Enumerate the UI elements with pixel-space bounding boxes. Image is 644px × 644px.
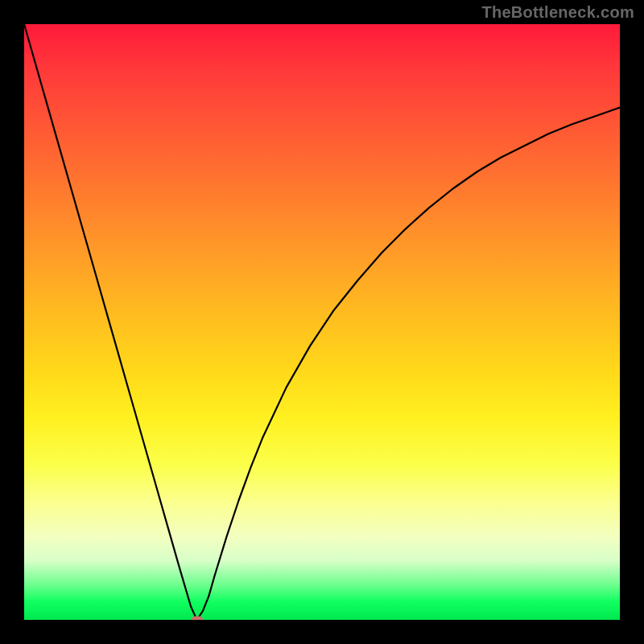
bottleneck-curve <box>24 24 620 620</box>
curve-svg <box>24 24 620 620</box>
watermark-text: TheBottleneck.com <box>481 3 634 22</box>
plot-area <box>24 24 620 620</box>
chart-frame: TheBottleneck.com <box>0 0 644 644</box>
minimum-point-marker <box>192 617 203 621</box>
